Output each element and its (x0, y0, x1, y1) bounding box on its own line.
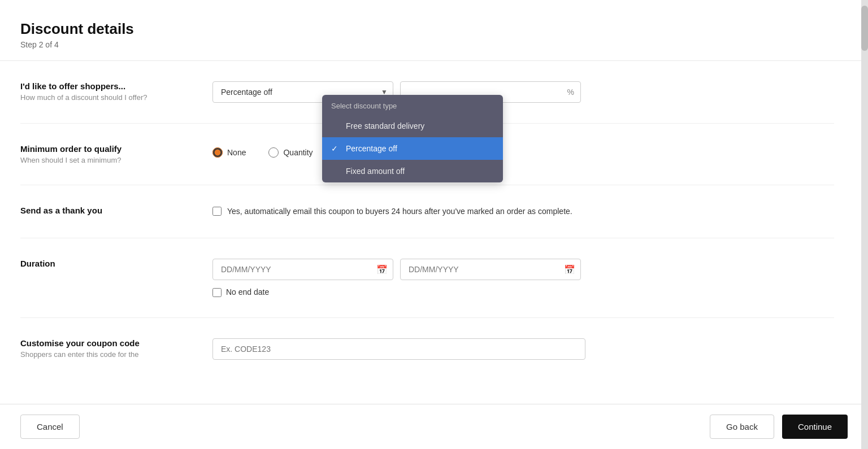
radio-quantity-label: Quantity (283, 148, 313, 157)
end-date-wrap: 📅 (400, 259, 581, 280)
step-label: Step 2 of 4 (20, 40, 834, 49)
main-content: Select discount type Free standard deliv… (0, 61, 868, 404)
offer-control-col: Percentage off ▼ % (212, 81, 834, 103)
start-date-input[interactable] (212, 259, 393, 280)
check-icon-percentage: ✓ (331, 144, 340, 153)
coupon-label-col: Customise your coupon code Shoppers can … (20, 338, 212, 359)
thank-you-checkbox[interactable] (212, 207, 222, 216)
form-row-duration: Duration 📅 📅 (20, 238, 834, 318)
continue-button[interactable]: Continue (782, 415, 848, 439)
duration-control-col: 📅 📅 No end date (212, 259, 834, 297)
form-row-coupon: Customise your coupon code Shoppers can … (20, 318, 834, 380)
offer-label: I'd like to offer shoppers... (20, 81, 212, 91)
date-row: 📅 📅 (212, 259, 581, 280)
no-end-date-checkbox[interactable] (212, 288, 222, 297)
minimum-label: Minimum order to qualify (20, 144, 212, 154)
footer: Cancel Go back Continue (0, 404, 868, 449)
radio-quantity[interactable]: Quantity (268, 147, 313, 158)
dropdown-item-percentage-off[interactable]: ✓ Percentage off (322, 137, 503, 160)
minimum-control-col: None Quantity Order total (212, 144, 834, 158)
radio-input-quantity[interactable] (268, 147, 279, 158)
coupon-sublabel: Shoppers can enter this code for the (20, 350, 212, 359)
radio-none-label: None (227, 148, 246, 157)
offer-label-col: I'd like to offer shoppers... How much o… (20, 81, 212, 102)
start-date-wrap: 📅 (212, 259, 393, 280)
offer-sublabel: How much of a discount should I offer? (20, 93, 212, 102)
coupon-label: Customise your coupon code (20, 338, 212, 348)
minimum-label-col: Minimum order to qualify When should I s… (20, 144, 212, 164)
discount-type-dropdown[interactable]: Select discount type Free standard deliv… (322, 95, 503, 182)
end-date-input[interactable] (400, 259, 581, 280)
date-inputs: 📅 📅 No end date (212, 259, 581, 297)
dropdown-item-free-delivery[interactable]: Free standard delivery (322, 115, 503, 137)
header: Discount details Step 2 of 4 (0, 0, 868, 61)
page-container: Discount details Step 2 of 4 Select disc… (0, 0, 868, 449)
thank-you-label: Send as a thank you (20, 206, 212, 215)
scrollbar-thumb[interactable] (861, 6, 868, 51)
duration-label: Duration (20, 259, 212, 268)
go-back-button[interactable]: Go back (710, 415, 774, 439)
scrollbar[interactable] (861, 0, 868, 449)
footer-right: Go back Continue (710, 415, 848, 439)
thank-you-control-col: Yes, automatically email this coupon to … (212, 206, 834, 217)
dropdown-item-fixed-off[interactable]: Fixed amount off (322, 160, 503, 182)
form-row-thank-you: Send as a thank you Yes, automatically e… (20, 185, 834, 238)
duration-label-col: Duration (20, 259, 212, 271)
coupon-code-input[interactable] (212, 338, 585, 360)
page-title: Discount details (20, 20, 834, 38)
percent-symbol: % (567, 88, 574, 97)
radio-input-none[interactable] (212, 147, 223, 158)
minimum-sublabel: When should I set a minimum? (20, 156, 212, 164)
no-end-date-label: No end date (226, 287, 269, 297)
cancel-button[interactable]: Cancel (20, 415, 80, 439)
radio-none[interactable]: None (212, 147, 246, 158)
dropdown-label-free-delivery: Free standard delivery (346, 121, 424, 130)
dropdown-label-fixed-off: Fixed amount off (346, 167, 405, 176)
thank-you-label-col: Send as a thank you (20, 206, 212, 217)
coupon-control-col (212, 338, 834, 360)
dropdown-label-percentage-off: Percentage off (346, 144, 397, 153)
no-end-date-row: No end date (212, 287, 581, 297)
thank-you-checkbox-text: Yes, automatically email this coupon to … (227, 206, 572, 217)
dropdown-header: Select discount type (322, 95, 503, 115)
thank-you-checkbox-label[interactable]: Yes, automatically email this coupon to … (212, 206, 572, 217)
